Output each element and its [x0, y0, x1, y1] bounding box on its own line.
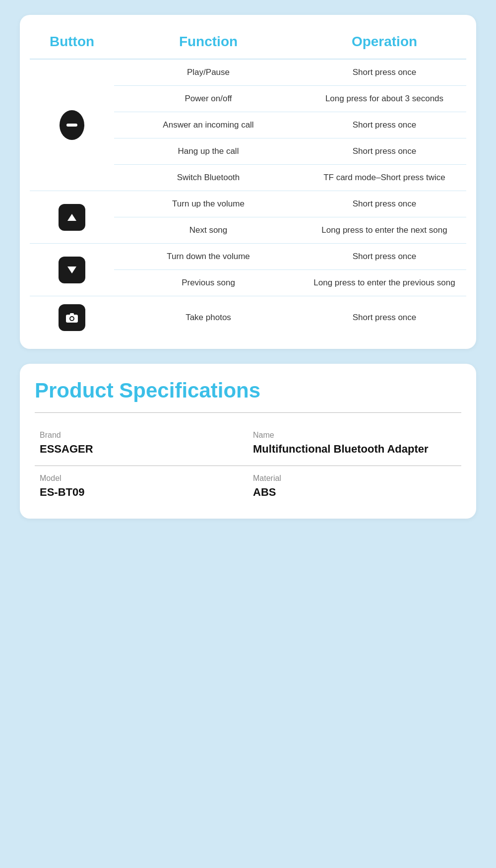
spec-name: Name Multifunctional Bluetooth Adapter: [248, 423, 461, 466]
button-icon-cell: [30, 59, 114, 191]
minus-button-icon: [60, 110, 84, 140]
function-cell: Next song: [114, 217, 303, 244]
operation-cell: Short press once: [303, 191, 466, 217]
spec-model-label: Model: [40, 474, 243, 483]
col-header-operation: Operation: [303, 25, 466, 59]
specs-divider: [35, 412, 461, 413]
col-header-button: Button: [30, 25, 114, 59]
svg-point-5: [70, 317, 73, 320]
svg-rect-0: [66, 124, 77, 127]
operation-cell: Short press once: [303, 296, 466, 339]
button-function-table: Button Function Operation Play/Pause Sho…: [30, 25, 466, 339]
spec-brand-value: ESSAGER: [40, 443, 243, 456]
function-cell: Take photos: [114, 296, 303, 339]
button-table-card: Button Function Operation Play/Pause Sho…: [20, 15, 476, 349]
button-icon-cell: [30, 244, 114, 296]
camera-button-icon: [59, 304, 85, 331]
spec-name-label: Name: [253, 431, 456, 440]
button-icon-cell: [30, 191, 114, 244]
spec-model-value: ES-BT09: [40, 486, 243, 499]
operation-cell: Short press once: [303, 138, 466, 165]
operation-cell: Long press for about 3 seconds: [303, 86, 466, 112]
product-specs-card: Product Specifications Brand ESSAGER Nam…: [20, 364, 476, 519]
operation-cell: Short press once: [303, 112, 466, 138]
svg-marker-1: [67, 214, 76, 221]
spec-material-value: ABS: [253, 486, 456, 499]
col-header-function: Function: [114, 25, 303, 59]
spec-material-label: Material: [253, 474, 456, 483]
function-cell: Hang up the call: [114, 138, 303, 165]
button-icon-cell: [30, 296, 114, 339]
spec-material: Material ABS: [248, 466, 461, 509]
volume-down-button-icon: [59, 257, 85, 283]
down-arrow-icon: [67, 265, 77, 275]
function-cell: Previous song: [114, 270, 303, 296]
camera-icon: [65, 312, 78, 323]
spec-brand-label: Brand: [40, 431, 243, 440]
function-cell: Answer an incoming call: [114, 112, 303, 138]
svg-marker-2: [67, 267, 76, 273]
specs-grid: Brand ESSAGER Name Multifunctional Bluet…: [30, 423, 466, 509]
volume-up-button-icon: [59, 204, 85, 231]
function-cell: Play/Pause: [114, 59, 303, 86]
operation-cell: Short press once: [303, 244, 466, 270]
operation-cell: Short press once: [303, 59, 466, 86]
table-row: Play/Pause Short press once: [30, 59, 466, 86]
function-cell: Switch Bluetooth: [114, 165, 303, 191]
svg-rect-6: [70, 313, 74, 315]
table-row: Turn up the volume Short press once: [30, 191, 466, 217]
function-cell: Turn up the volume: [114, 191, 303, 217]
function-cell: Power on/off: [114, 86, 303, 112]
specs-title: Product Specifications: [30, 374, 466, 402]
operation-cell: Long press to enter the previous song: [303, 270, 466, 296]
spec-model: Model ES-BT09: [35, 466, 248, 509]
function-cell: Turn down the volume: [114, 244, 303, 270]
table-row: Turn down the volume Short press once: [30, 244, 466, 270]
operation-cell: Long press to enter the next song: [303, 217, 466, 244]
table-row: Take photos Short press once: [30, 296, 466, 339]
spec-name-value: Multifunctional Bluetooth Adapter: [253, 443, 456, 456]
spec-brand: Brand ESSAGER: [35, 423, 248, 466]
minus-icon: [66, 124, 77, 127]
operation-cell: TF card mode–Short press twice: [303, 165, 466, 191]
up-arrow-icon: [67, 212, 77, 222]
